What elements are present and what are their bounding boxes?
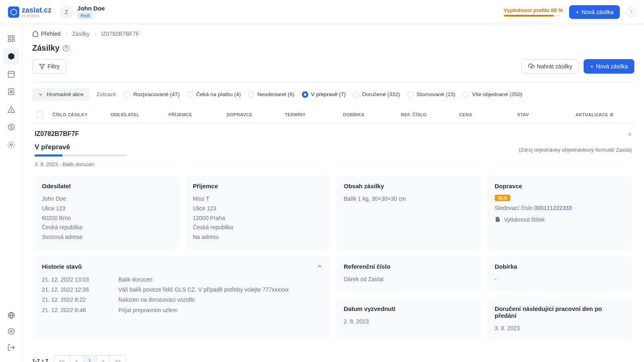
profile-completeness[interactable]: Vyplněnost profilu 88 % — [504, 7, 563, 16]
svg-rect-1 — [12, 36, 14, 38]
delivery-card: Doručení následující pracovní den po pře… — [487, 298, 632, 341]
user-name: John Doe — [77, 5, 105, 12]
history-row: 21. 12. 2022 13:03Balik dorucen — [42, 275, 323, 285]
contents-card: Obsah zásilky Balík 1 kg, 30×30×30 cm — [336, 175, 481, 249]
carrier-badge: GLS — [495, 195, 510, 201]
main-content: Přehled › Zásilky › IZ0782B7BF7F Zásilky… — [23, 24, 644, 362]
column-header[interactable]: ČÍSLO ZÁSILKY — [52, 112, 107, 117]
radio-icon — [462, 91, 469, 98]
sidebar-contacts[interactable] — [3, 84, 19, 100]
history-row: 21. 12. 2022 6:46Prijat prepravnim uzlem — [42, 305, 323, 315]
avatar: Z — [60, 5, 73, 19]
sidebar-shipments[interactable] — [3, 48, 19, 64]
svg-rect-3 — [12, 39, 14, 42]
sidebar-warning[interactable] — [3, 101, 19, 117]
radio-icon — [407, 91, 414, 98]
column-header[interactable]: PŘÍJEMCE — [169, 112, 223, 117]
status-progress — [35, 154, 127, 156]
svg-rect-4 — [8, 71, 14, 77]
breadcrumb-home[interactable]: Přehled — [32, 31, 60, 37]
breadcrumb: Přehled › Zásilky › IZ0782B7BF7F — [32, 24, 634, 43]
column-header[interactable]: CENA — [459, 112, 514, 117]
column-header[interactable]: DOPRAVCE — [227, 112, 281, 117]
page-info: 1-7 z 7 — [32, 358, 48, 362]
svg-point-7 — [10, 90, 12, 92]
upload-button[interactable]: Nahrát zásilky — [521, 59, 579, 74]
document-icon — [495, 216, 501, 222]
new-shipment-button-2[interactable]: + Nová zásilka — [584, 59, 634, 74]
pickup-card: Datum vyzvednutí 2. 8. 2023 — [336, 298, 481, 341]
new-shipment-button[interactable]: + Nová zásilka — [569, 5, 620, 19]
radio-icon — [248, 91, 254, 98]
sidebar-logout[interactable] — [3, 339, 19, 356]
reference-card: Referenční číslo Dárek od Zaslat — [336, 256, 481, 292]
svg-point-11 — [10, 144, 12, 146]
sidebar-globe[interactable] — [3, 307, 19, 323]
radio-icon — [353, 91, 359, 98]
top-header: zaslat.cz by alzando Z John Doe Profi Vy… — [0, 0, 644, 24]
page-next[interactable]: > — [97, 356, 110, 362]
filter-tab-3[interactable]: V přepravě (7) — [302, 91, 346, 98]
help-icon[interactable]: ? — [626, 7, 636, 17]
breadcrumb-current: IZ0782B7BF7F — [101, 31, 139, 37]
page-title: Zásilky ? — [32, 43, 69, 53]
recipient-card: Příjemce Miss T Ulice 123 12000 Praha Če… — [186, 175, 330, 249]
box-icon — [8, 6, 19, 18]
logo[interactable]: zaslat.cz by alzando — [8, 6, 52, 18]
filter-tab-6[interactable]: Vše objednané (350) — [462, 91, 522, 98]
column-header[interactable]: STAV — [517, 112, 572, 117]
filter-tabs: Hromadné akce Zobrazit: Rozpracované (47… — [32, 82, 634, 107]
column-header[interactable]: AKTUALIZACE ⇵ — [576, 112, 630, 117]
filter-tab-2[interactable]: Neodeslané (6) — [248, 91, 294, 98]
chevron-down-icon — [38, 92, 43, 97]
page-last[interactable]: >> — [109, 356, 125, 362]
filters-button[interactable]: Filtry — [32, 59, 66, 74]
bulk-actions-button[interactable]: Hromadné akce — [32, 88, 89, 101]
filter-tab-0[interactable]: Rozpracované (47) — [124, 91, 180, 98]
chevron-up-icon[interactable] — [316, 263, 323, 269]
user-badge: Profi — [77, 12, 93, 19]
show-label: Zobrazit: — [97, 91, 117, 97]
close-icon[interactable]: × — [627, 130, 632, 139]
column-header[interactable]: DOBÍRKA — [343, 112, 398, 117]
column-header[interactable]: TERMÍNY — [285, 112, 340, 117]
svg-rect-0 — [8, 36, 10, 38]
status-date: 3. 8. 2023 - Balik dorucen — [35, 161, 632, 167]
carrier-card: Dopravce GLS Sledovací číslo 00011122233… — [487, 175, 632, 249]
page-first[interactable]: << — [54, 356, 70, 362]
column-header[interactable]: REF. ČÍSLO — [401, 112, 456, 117]
plus-icon: + — [590, 63, 593, 70]
radio-icon — [124, 91, 130, 98]
select-all-checkbox[interactable] — [36, 111, 43, 118]
sidebar-dashboard[interactable] — [3, 31, 19, 47]
sender-card: Odesílatel John Doe Ulice 123 60200 Brno… — [35, 175, 179, 249]
detail-id: IZ0782B7BF7F — [35, 130, 79, 138]
user-block[interactable]: Z John Doe Profi — [60, 5, 105, 19]
tracking-link[interactable]: 000111222333 — [534, 205, 572, 211]
history-row: 21. 12. 2022 12:36Váš balík poveze řidič… — [42, 285, 323, 295]
filter-tab-4[interactable]: Doručené (332) — [353, 91, 400, 98]
help-icon[interactable]: ? — [63, 45, 69, 51]
sidebar-calendar[interactable] — [3, 66, 19, 82]
radio-icon — [187, 91, 193, 98]
table-header: ČÍSLO ZÁSILKYODESÍLATELPŘÍJEMCEDOPRAVCET… — [32, 107, 634, 123]
shipment-detail: IZ0782B7BF7F × V přepravě (Zdroj objedná… — [32, 123, 634, 348]
logo-text: zaslat.cz — [22, 6, 52, 14]
column-header[interactable]: ODESÍLATEL — [110, 112, 165, 117]
print-label-button[interactable]: Vytisknout štítek — [495, 216, 625, 223]
sidebar-settings[interactable] — [3, 137, 19, 153]
cod-card: Dobírka - — [487, 256, 632, 292]
chevron-right-icon: › — [95, 31, 97, 37]
breadcrumb-section[interactable]: Zásilky — [72, 31, 90, 37]
sidebar-close[interactable] — [3, 323, 19, 339]
chevron-right-icon: › — [65, 31, 67, 37]
filter-tab-5[interactable]: Stornované (23) — [407, 91, 456, 98]
svg-rect-2 — [8, 39, 10, 42]
page-current[interactable]: 1 — [84, 356, 97, 362]
sidebar-billing[interactable] — [3, 119, 19, 135]
page-prev[interactable]: < — [70, 356, 84, 362]
history-row: 21. 12. 2022 8:22Nalozen na dorucovaci v… — [42, 295, 323, 305]
history-card: Historie stavů 21. 12. 2022 13:03Balik d… — [35, 256, 330, 341]
filter-tab-1[interactable]: Čeká na platbu (4) — [187, 91, 241, 98]
pagination: 1-7 z 7 << < 1 > >> — [32, 348, 634, 362]
